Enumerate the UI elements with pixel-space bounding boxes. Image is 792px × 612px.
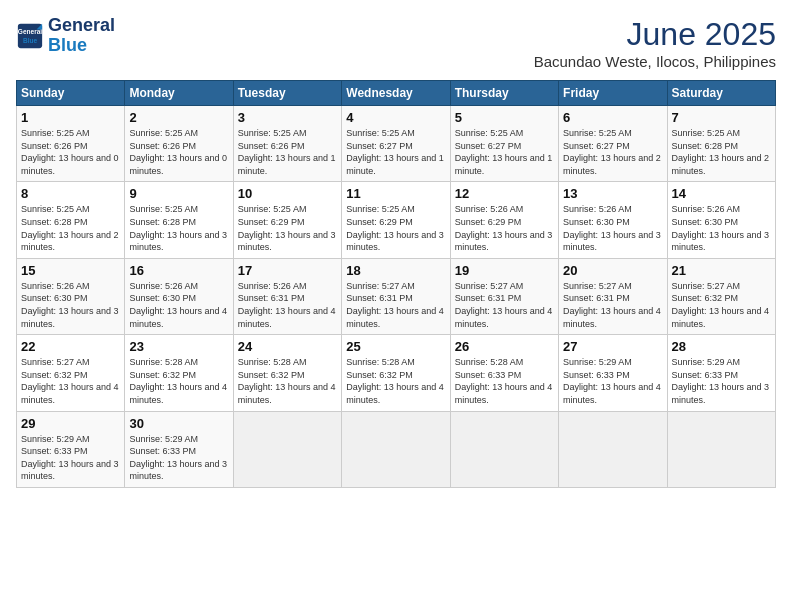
header: General Blue General Blue June 2025 Bacu… — [16, 16, 776, 70]
calendar-cell — [667, 411, 775, 487]
day-info: Sunrise: 5:27 AM Sunset: 6:32 PM Dayligh… — [21, 356, 120, 406]
calendar-cell: 3Sunrise: 5:25 AM Sunset: 6:26 PM Daylig… — [233, 106, 341, 182]
day-info: Sunrise: 5:25 AM Sunset: 6:27 PM Dayligh… — [455, 127, 554, 177]
calendar-cell: 27Sunrise: 5:29 AM Sunset: 6:33 PM Dayli… — [559, 335, 667, 411]
calendar-cell: 1Sunrise: 5:25 AM Sunset: 6:26 PM Daylig… — [17, 106, 125, 182]
day-info: Sunrise: 5:28 AM Sunset: 6:32 PM Dayligh… — [346, 356, 445, 406]
header-day: Wednesday — [342, 81, 450, 106]
day-number: 21 — [672, 263, 771, 278]
calendar-cell: 25Sunrise: 5:28 AM Sunset: 6:32 PM Dayli… — [342, 335, 450, 411]
day-number: 11 — [346, 186, 445, 201]
day-number: 3 — [238, 110, 337, 125]
header-day: Tuesday — [233, 81, 341, 106]
day-number: 26 — [455, 339, 554, 354]
day-number: 17 — [238, 263, 337, 278]
day-info: Sunrise: 5:26 AM Sunset: 6:30 PM Dayligh… — [129, 280, 228, 330]
day-info: Sunrise: 5:29 AM Sunset: 6:33 PM Dayligh… — [129, 433, 228, 483]
calendar-cell: 10Sunrise: 5:25 AM Sunset: 6:29 PM Dayli… — [233, 182, 341, 258]
day-info: Sunrise: 5:27 AM Sunset: 6:31 PM Dayligh… — [563, 280, 662, 330]
day-info: Sunrise: 5:25 AM Sunset: 6:28 PM Dayligh… — [672, 127, 771, 177]
day-number: 16 — [129, 263, 228, 278]
day-info: Sunrise: 5:25 AM Sunset: 6:29 PM Dayligh… — [238, 203, 337, 253]
calendar-cell — [342, 411, 450, 487]
day-info: Sunrise: 5:26 AM Sunset: 6:30 PM Dayligh… — [21, 280, 120, 330]
day-number: 15 — [21, 263, 120, 278]
logo: General Blue General Blue — [16, 16, 115, 56]
day-info: Sunrise: 5:25 AM Sunset: 6:28 PM Dayligh… — [21, 203, 120, 253]
calendar-week: 8Sunrise: 5:25 AM Sunset: 6:28 PM Daylig… — [17, 182, 776, 258]
day-number: 6 — [563, 110, 662, 125]
calendar-cell: 26Sunrise: 5:28 AM Sunset: 6:33 PM Dayli… — [450, 335, 558, 411]
day-info: Sunrise: 5:26 AM Sunset: 6:29 PM Dayligh… — [455, 203, 554, 253]
calendar-cell: 4Sunrise: 5:25 AM Sunset: 6:27 PM Daylig… — [342, 106, 450, 182]
day-number: 25 — [346, 339, 445, 354]
calendar-cell: 14Sunrise: 5:26 AM Sunset: 6:30 PM Dayli… — [667, 182, 775, 258]
calendar-cell: 12Sunrise: 5:26 AM Sunset: 6:29 PM Dayli… — [450, 182, 558, 258]
calendar-cell — [559, 411, 667, 487]
calendar-week: 29Sunrise: 5:29 AM Sunset: 6:33 PM Dayli… — [17, 411, 776, 487]
day-number: 1 — [21, 110, 120, 125]
logo-icon: General Blue — [16, 22, 44, 50]
calendar-cell: 21Sunrise: 5:27 AM Sunset: 6:32 PM Dayli… — [667, 258, 775, 334]
header-day: Friday — [559, 81, 667, 106]
calendar-cell: 7Sunrise: 5:25 AM Sunset: 6:28 PM Daylig… — [667, 106, 775, 182]
header-day: Monday — [125, 81, 233, 106]
calendar-cell: 22Sunrise: 5:27 AM Sunset: 6:32 PM Dayli… — [17, 335, 125, 411]
logo-text: General — [48, 16, 115, 36]
day-info: Sunrise: 5:25 AM Sunset: 6:26 PM Dayligh… — [238, 127, 337, 177]
day-number: 18 — [346, 263, 445, 278]
day-number: 4 — [346, 110, 445, 125]
day-info: Sunrise: 5:28 AM Sunset: 6:33 PM Dayligh… — [455, 356, 554, 406]
day-info: Sunrise: 5:29 AM Sunset: 6:33 PM Dayligh… — [672, 356, 771, 406]
calendar-cell: 17Sunrise: 5:26 AM Sunset: 6:31 PM Dayli… — [233, 258, 341, 334]
day-info: Sunrise: 5:25 AM Sunset: 6:26 PM Dayligh… — [129, 127, 228, 177]
calendar-cell: 11Sunrise: 5:25 AM Sunset: 6:29 PM Dayli… — [342, 182, 450, 258]
day-number: 5 — [455, 110, 554, 125]
logo-text2: Blue — [48, 36, 115, 56]
day-info: Sunrise: 5:29 AM Sunset: 6:33 PM Dayligh… — [21, 433, 120, 483]
day-info: Sunrise: 5:27 AM Sunset: 6:32 PM Dayligh… — [672, 280, 771, 330]
calendar-cell: 20Sunrise: 5:27 AM Sunset: 6:31 PM Dayli… — [559, 258, 667, 334]
day-info: Sunrise: 5:26 AM Sunset: 6:31 PM Dayligh… — [238, 280, 337, 330]
calendar-week: 1Sunrise: 5:25 AM Sunset: 6:26 PM Daylig… — [17, 106, 776, 182]
day-number: 30 — [129, 416, 228, 431]
day-info: Sunrise: 5:27 AM Sunset: 6:31 PM Dayligh… — [455, 280, 554, 330]
day-info: Sunrise: 5:25 AM Sunset: 6:27 PM Dayligh… — [563, 127, 662, 177]
title-area: June 2025 Bacundao Weste, Ilocos, Philip… — [534, 16, 776, 70]
day-info: Sunrise: 5:25 AM Sunset: 6:28 PM Dayligh… — [129, 203, 228, 253]
calendar-table: SundayMondayTuesdayWednesdayThursdayFrid… — [16, 80, 776, 488]
calendar-cell: 30Sunrise: 5:29 AM Sunset: 6:33 PM Dayli… — [125, 411, 233, 487]
day-info: Sunrise: 5:25 AM Sunset: 6:27 PM Dayligh… — [346, 127, 445, 177]
calendar-cell: 16Sunrise: 5:26 AM Sunset: 6:30 PM Dayli… — [125, 258, 233, 334]
calendar-cell: 23Sunrise: 5:28 AM Sunset: 6:32 PM Dayli… — [125, 335, 233, 411]
day-info: Sunrise: 5:26 AM Sunset: 6:30 PM Dayligh… — [672, 203, 771, 253]
day-number: 8 — [21, 186, 120, 201]
day-number: 20 — [563, 263, 662, 278]
day-number: 28 — [672, 339, 771, 354]
day-info: Sunrise: 5:28 AM Sunset: 6:32 PM Dayligh… — [129, 356, 228, 406]
day-number: 14 — [672, 186, 771, 201]
calendar-cell: 8Sunrise: 5:25 AM Sunset: 6:28 PM Daylig… — [17, 182, 125, 258]
day-number: 2 — [129, 110, 228, 125]
calendar-week: 15Sunrise: 5:26 AM Sunset: 6:30 PM Dayli… — [17, 258, 776, 334]
day-info: Sunrise: 5:28 AM Sunset: 6:32 PM Dayligh… — [238, 356, 337, 406]
calendar-week: 22Sunrise: 5:27 AM Sunset: 6:32 PM Dayli… — [17, 335, 776, 411]
day-number: 7 — [672, 110, 771, 125]
header-day: Sunday — [17, 81, 125, 106]
day-info: Sunrise: 5:25 AM Sunset: 6:29 PM Dayligh… — [346, 203, 445, 253]
day-info: Sunrise: 5:25 AM Sunset: 6:26 PM Dayligh… — [21, 127, 120, 177]
calendar-cell: 9Sunrise: 5:25 AM Sunset: 6:28 PM Daylig… — [125, 182, 233, 258]
calendar-cell: 13Sunrise: 5:26 AM Sunset: 6:30 PM Dayli… — [559, 182, 667, 258]
header-day: Saturday — [667, 81, 775, 106]
calendar-subtitle: Bacundao Weste, Ilocos, Philippines — [534, 53, 776, 70]
calendar-cell: 24Sunrise: 5:28 AM Sunset: 6:32 PM Dayli… — [233, 335, 341, 411]
day-number: 19 — [455, 263, 554, 278]
header-day: Thursday — [450, 81, 558, 106]
day-info: Sunrise: 5:26 AM Sunset: 6:30 PM Dayligh… — [563, 203, 662, 253]
calendar-cell: 5Sunrise: 5:25 AM Sunset: 6:27 PM Daylig… — [450, 106, 558, 182]
day-number: 10 — [238, 186, 337, 201]
calendar-cell: 29Sunrise: 5:29 AM Sunset: 6:33 PM Dayli… — [17, 411, 125, 487]
svg-text:Blue: Blue — [23, 36, 37, 43]
header-row: SundayMondayTuesdayWednesdayThursdayFrid… — [17, 81, 776, 106]
calendar-cell: 18Sunrise: 5:27 AM Sunset: 6:31 PM Dayli… — [342, 258, 450, 334]
